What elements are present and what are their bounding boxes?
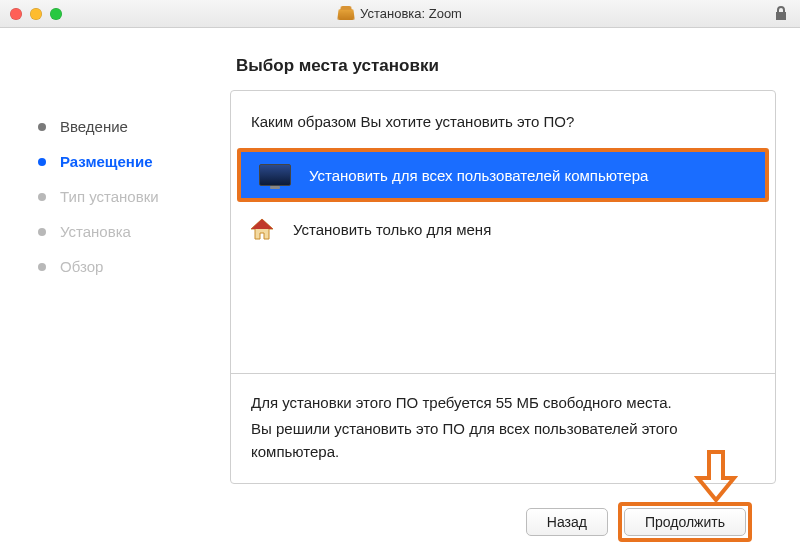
- step-introduction: Введение: [38, 118, 230, 135]
- step-bullet-icon: [38, 158, 46, 166]
- steps-sidebar: Введение Размещение Тип установки Устано…: [0, 28, 230, 560]
- step-bullet-icon: [38, 263, 46, 271]
- package-icon: [337, 8, 354, 19]
- window-title-text: Установка: Zoom: [360, 6, 462, 21]
- annotation-highlight-option: Установить для всех пользователей компью…: [237, 148, 769, 202]
- choice-summary-text: Вы решили установить это ПО для всех пол…: [251, 418, 755, 463]
- install-info: Для установки этого ПО требуется 55 МБ с…: [231, 373, 775, 484]
- zoom-window-button[interactable]: [50, 8, 62, 20]
- destination-panel: Каким образом Вы хотите установить это П…: [230, 90, 776, 484]
- step-bullet-icon: [38, 228, 46, 236]
- window-body: Введение Размещение Тип установки Устано…: [0, 28, 800, 560]
- option-install-me-only[interactable]: Установить только для меня: [231, 202, 775, 256]
- install-question: Каким образом Вы хотите установить это П…: [231, 91, 775, 148]
- minimize-window-button[interactable]: [30, 8, 42, 20]
- step-label: Обзор: [60, 258, 103, 275]
- panel-spacer: [231, 256, 775, 373]
- step-label: Введение: [60, 118, 128, 135]
- installer-window: Установка: Zoom Введение Размещение Тип …: [0, 0, 800, 560]
- step-installation-type: Тип установки: [38, 188, 230, 205]
- annotation-highlight-continue: Продолжить: [618, 502, 752, 542]
- window-title: Установка: Zoom: [0, 6, 800, 21]
- option-label: Установить только для меня: [293, 221, 491, 238]
- home-icon: [249, 216, 275, 242]
- back-button[interactable]: Назад: [526, 508, 608, 536]
- svg-marker-1: [251, 219, 273, 229]
- page-title: Выбор места установки: [236, 56, 776, 76]
- step-label: Тип установки: [60, 188, 159, 205]
- step-bullet-icon: [38, 193, 46, 201]
- disk-space-text: Для установки этого ПО требуется 55 МБ с…: [251, 392, 755, 415]
- step-destination: Размещение: [38, 153, 230, 170]
- option-label: Установить для всех пользователей компью…: [309, 167, 648, 184]
- main-content: Выбор места установки Каким образом Вы х…: [230, 28, 800, 560]
- footer-buttons: Назад Продолжить: [230, 502, 776, 560]
- window-controls: [10, 8, 62, 20]
- step-label: Размещение: [60, 153, 152, 170]
- close-window-button[interactable]: [10, 8, 22, 20]
- monitor-icon: [259, 164, 291, 186]
- option-install-all-users[interactable]: Установить для всех пользователей компью…: [241, 152, 765, 198]
- titlebar: Установка: Zoom: [0, 0, 800, 28]
- step-summary: Обзор: [38, 258, 230, 275]
- step-installation: Установка: [38, 223, 230, 240]
- step-label: Установка: [60, 223, 131, 240]
- continue-button[interactable]: Продолжить: [624, 508, 746, 536]
- lock-icon[interactable]: [774, 5, 788, 21]
- step-bullet-icon: [38, 123, 46, 131]
